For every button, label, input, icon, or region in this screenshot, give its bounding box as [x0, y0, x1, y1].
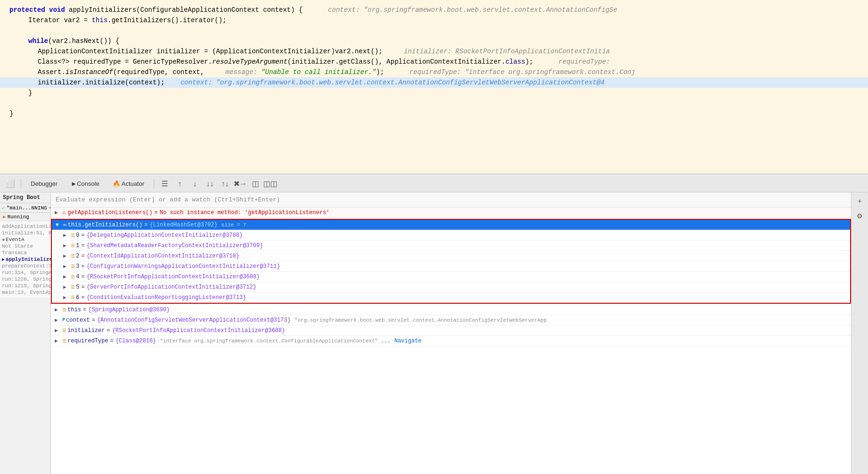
var-row-6[interactable]: ▶ ☰ 6 = {ConditionEvaluationReportLoggin…	[52, 292, 850, 303]
run-to-cursor-btn[interactable]: ↑↓	[218, 177, 232, 191]
right-icons-panel: + ⚙	[851, 192, 868, 474]
arrow-icon: ▶	[2, 257, 5, 262]
var-val-5: {ServerPortInfoApplicationContextInitial…	[86, 284, 256, 291]
var-row-get-listeners[interactable]: ▶ ⚠ getApplicationListeners() = No such …	[51, 208, 851, 218]
var-eq-1: =	[154, 209, 158, 216]
var-val-reqtype: {Class@2816}	[116, 338, 156, 344]
force-step-btn[interactable]: ✖→	[234, 177, 247, 191]
thread-check-icon: ✓	[2, 205, 5, 211]
settings-btn[interactable]: ⚙	[853, 209, 867, 223]
var-eq-5: =	[81, 284, 84, 291]
var-hint-init: size = 7	[221, 222, 246, 228]
variables-panel: ▶ ⚠ getApplicationListeners() = No such …	[51, 208, 851, 474]
var-row-get-initializers[interactable]: ▼ ∞ this.getInitializers() = {LinkedHash…	[52, 220, 850, 230]
expand-listeners-icon[interactable]: ▶	[55, 209, 62, 216]
var-eq-4: =	[81, 274, 84, 280]
field-icon-reqtype: ☰	[62, 338, 67, 344]
field-icon-4: ☰	[71, 274, 75, 280]
field-icon-1: ☰	[71, 243, 75, 249]
all-frames-btn[interactable]: ☰	[158, 177, 171, 191]
field-icon-5: ☰	[71, 284, 75, 290]
var-row-required-type[interactable]: ▶ ☰ requiredType = {Class@2816} "interfa…	[51, 336, 851, 346]
var-val-init: {LinkedHashSet@3702}	[150, 222, 217, 228]
prop-icon-ctx: P	[62, 317, 65, 323]
var-row-4[interactable]: ▶ ☰ 4 = {RSocketPortInfoApplicationConte…	[52, 272, 850, 282]
thread-header: ✓ "main...NNING ▿ ▼	[0, 203, 50, 213]
expand-0-icon[interactable]: ▶	[63, 232, 71, 238]
tab-actuator[interactable]: 🔥 Actuator	[107, 178, 150, 189]
expand-6-icon[interactable]: ▶	[63, 294, 71, 300]
loop-icon: ∞	[63, 222, 67, 228]
field-icon-this: ☰	[62, 307, 67, 313]
navigate-link[interactable]: ... Navigate	[381, 338, 421, 344]
var-row-5[interactable]: ▶ ☰ 5 = {ServerPortInfoApplicationContex…	[52, 282, 850, 292]
var-eq-ctx: =	[92, 317, 95, 324]
run-arrow-icon: ▶	[3, 214, 6, 220]
var-name-1: 1	[76, 242, 79, 249]
var-name-req-type: requiredType	[67, 338, 108, 344]
var-row-3[interactable]: ▶ ☰ 3 = {ConfigurationWarningsApplicatio…	[52, 261, 850, 272]
running-row: ▶ Running	[0, 213, 50, 221]
var-name-this: this	[67, 307, 81, 313]
var-name-5: 5	[76, 284, 79, 291]
var-row-this[interactable]: ▶ ☰ this = {SpringApplication@3690}	[51, 305, 851, 315]
var-eq-2: =	[81, 253, 84, 259]
expand-3-icon[interactable]: ▶	[63, 263, 71, 269]
tab-separator-2	[154, 179, 154, 189]
var-eq-0: =	[81, 232, 84, 239]
step-out-btn[interactable]: ↓↓	[203, 177, 217, 191]
var-hint-context: "org.springframework.boot.web.servlet.co…	[294, 317, 547, 323]
expand-2-icon[interactable]: ▶	[63, 253, 71, 259]
var-row-initializer[interactable]: ▶ ☰ initializer = {RSocketPortInfoApplic…	[51, 325, 851, 336]
code-line-2: Iterator var2 = this.getInitializers().i…	[0, 15, 868, 25]
expand-ctx-icon[interactable]: ▶	[55, 317, 62, 323]
expand-reqtype-icon[interactable]: ▶	[55, 338, 62, 344]
expand-this-icon[interactable]: ▶	[55, 307, 62, 313]
debug-icon-button[interactable]: ⬜	[4, 177, 17, 191]
var-val-6: {ConditionEvaluationReportLoggingListene…	[86, 294, 246, 301]
step-over-btn[interactable]: ↑	[173, 177, 186, 191]
expand-4-icon[interactable]: ▶	[63, 274, 71, 280]
var-val-listeners: No such instance method: 'getApplication…	[159, 209, 329, 216]
threads-btn[interactable]: ◫◫	[264, 177, 277, 191]
var-name-2: 2	[76, 253, 79, 259]
bottom-panel: ⬜ Debugger ►Console 🔥 Actuator ☰ ↑ ↓ ↓↓ …	[0, 175, 868, 474]
expand-5-icon[interactable]: ▶	[63, 284, 71, 290]
var-eq-initializer: =	[107, 327, 110, 334]
var-name-context: context	[66, 317, 90, 324]
code-line-3	[0, 25, 868, 36]
field-icon-initializer: ☰	[62, 328, 67, 333]
var-row-0[interactable]: ▶ ☰ 0 = {DelegatingApplicationContextIni…	[52, 230, 850, 241]
var-name-initializer: initializer	[67, 327, 105, 334]
var-name-0: 0	[76, 232, 79, 239]
main-content: Spring Boot ✓ "main...NNING ▿ ▼ ▶ Runnin…	[0, 192, 868, 474]
var-eq-init: =	[144, 222, 148, 228]
thread-name[interactable]: "main...NNING	[7, 205, 47, 211]
field-icon-3: ☰	[71, 264, 75, 269]
variables-area: Evaluate expression (Enter) or add a wat…	[51, 192, 851, 474]
tab-debugger[interactable]: Debugger	[25, 178, 63, 189]
code-line-5: ApplicationContextInitializer initialize…	[0, 46, 868, 57]
var-row-2[interactable]: ▶ ☰ 2 = {ContextIdApplicationContextInit…	[52, 251, 850, 261]
running-label: Running	[8, 214, 29, 220]
code-line-1: protected void applyInitializers(Configu…	[0, 5, 868, 15]
var-val-2: {ContextIdApplicationContextInitializer@…	[86, 253, 239, 259]
var-eq-6: =	[81, 294, 84, 301]
field-icon-6: ☰	[71, 295, 75, 300]
expand-initializer-icon[interactable]: ▶	[55, 327, 62, 333]
add-watch-btn[interactable]: +	[853, 194, 867, 208]
var-eq-1b: =	[81, 242, 84, 249]
frames-btn[interactable]: ◫	[249, 177, 262, 191]
code-line-4: while(var2.hasNext()) {	[0, 36, 868, 46]
var-row-context[interactable]: ▶ P context = {AnnotationConfigServletWe…	[51, 315, 851, 325]
tab-console[interactable]: ►Console	[65, 178, 105, 189]
var-name-init: this.getInitializers()	[68, 222, 142, 228]
code-line-9: }	[0, 88, 868, 98]
code-line-11: }	[0, 108, 868, 119]
expand-1-icon[interactable]: ▶	[63, 242, 71, 249]
var-row-1[interactable]: ▶ ☰ 1 = {SharedMetadataReaderFactoryCont…	[52, 241, 850, 251]
step-into-btn[interactable]: ↓	[188, 177, 201, 191]
expand-init-icon[interactable]: ▼	[56, 222, 63, 228]
expression-bar[interactable]: Evaluate expression (Enter) or add a wat…	[51, 192, 851, 208]
var-eq-reqtype: =	[110, 338, 113, 344]
